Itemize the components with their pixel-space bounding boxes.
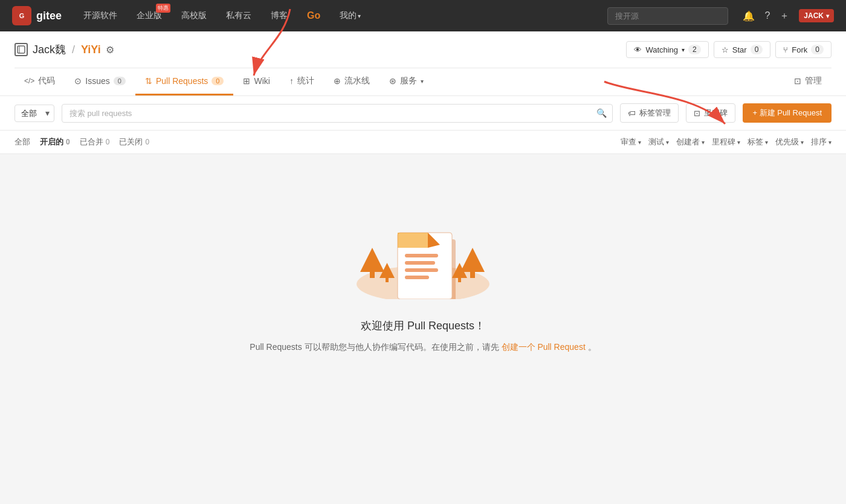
- tab-stats[interactable]: ↑ 统计: [280, 68, 324, 95]
- issues-badge: 0: [114, 77, 126, 85]
- create-pr-link[interactable]: 创建一个 Pull Request: [502, 342, 586, 352]
- chevron-down-icon: ▾: [666, 139, 669, 146]
- filter-label[interactable]: 标签 ▾: [748, 137, 768, 147]
- eye-icon: 👁: [634, 45, 642, 54]
- filter-priority[interactable]: 优先级 ▾: [775, 137, 804, 147]
- tab-pipeline[interactable]: ⊕ 流水线: [324, 68, 379, 95]
- nav-private-cloud[interactable]: 私有云: [216, 0, 261, 31]
- nav-enterprise[interactable]: 企业版 特惠: [127, 0, 172, 31]
- label-management-button[interactable]: 🏷 标签管理: [620, 103, 679, 123]
- star-icon: ☆: [722, 45, 729, 54]
- chevron-down-icon: ▾: [828, 139, 831, 146]
- nav-mine[interactable]: 我的 ▾: [330, 0, 370, 31]
- filter-test[interactable]: 测试 ▾: [648, 137, 669, 147]
- services-icon: ⊛: [389, 76, 396, 86]
- tab-pull-requests[interactable]: ⇅ Pull Requests 0: [135, 68, 234, 95]
- merged-count: 0: [106, 138, 110, 146]
- filter-merged[interactable]: 已合并 0: [80, 137, 110, 147]
- main-content: 欢迎使用 Pull Requests！ Pull Requests 可以帮助您与…: [0, 154, 846, 396]
- nav-go[interactable]: Go: [297, 0, 330, 31]
- search-input[interactable]: [607, 7, 728, 25]
- help-icon[interactable]: ?: [764, 10, 770, 21]
- chevron-down-icon: ▾: [826, 13, 829, 19]
- filter-creator[interactable]: 创建者 ▾: [676, 137, 705, 147]
- star-count: 0: [751, 45, 763, 54]
- repo-icon: [15, 43, 28, 56]
- add-icon[interactable]: ＋: [780, 10, 789, 22]
- stats-icon: ↑: [289, 76, 294, 86]
- filter-open[interactable]: 开启的 0: [40, 137, 70, 147]
- chevron-down-icon: ▾: [358, 13, 361, 19]
- tab-services[interactable]: ⊛ 服务 ▾: [379, 68, 433, 95]
- tab-code[interactable]: </> 代码: [15, 68, 65, 95]
- open-count: 0: [66, 138, 70, 146]
- pr-search-input[interactable]: [62, 104, 613, 123]
- pr-icon: ⇅: [145, 76, 152, 86]
- filter-status-tabs: 全部 开启的 0 已合并 0 已关闭 0: [15, 137, 149, 147]
- enterprise-badge: 特惠: [156, 4, 170, 13]
- tab-admin[interactable]: ⊡ 管理: [784, 68, 831, 95]
- issues-icon: ⊙: [74, 76, 82, 86]
- tag-icon: 🏷: [628, 109, 636, 118]
- watch-count: 2: [688, 45, 701, 54]
- repo-owner[interactable]: Jack魏: [33, 42, 66, 57]
- nav-opensource[interactable]: 开源软件: [74, 0, 127, 31]
- svg-rect-16: [405, 261, 435, 265]
- svg-rect-18: [405, 276, 429, 279]
- chevron-down-icon: ▾: [421, 78, 424, 85]
- repo-tabs: </> 代码 ⊙ Issues 0 ⇅ Pull Requests 0 ⊞ Wi…: [15, 68, 831, 95]
- tab-issues[interactable]: ⊙ Issues 0: [65, 68, 135, 95]
- filter-bar: 全部 开启的 0 已合并 0 已关闭 0 审查 ▾ 测试 ▾: [0, 131, 846, 154]
- svg-marker-13: [398, 233, 428, 248]
- pipeline-icon: ⊕: [334, 76, 341, 86]
- fork-count: 0: [811, 45, 824, 54]
- repo-header: Jack魏 / YiYi ⚙ 👁 Watching ▾ 2 ☆ Star 0: [0, 31, 846, 96]
- milestone-button[interactable]: ⊡ 里程碑: [686, 103, 735, 123]
- repo-title: Jack魏 / YiYi ⚙: [15, 42, 114, 57]
- sub-header: 全部 🔍 🏷 标签管理 ⊡ 里程碑 + 新建 Pull Request: [0, 96, 846, 131]
- filter-milestone[interactable]: 里程碑 ▾: [712, 137, 740, 147]
- search-icon: 🔍: [596, 108, 607, 118]
- nav-blog[interactable]: 博客: [261, 0, 297, 31]
- chevron-down-icon: ▾: [737, 139, 740, 146]
- logo-icon: G: [12, 6, 31, 25]
- filter-select-wrap: 全部: [15, 105, 54, 122]
- nav-items: 开源软件 企业版 特惠 高校版 私有云 博客 Go 我的 ▾: [74, 0, 598, 31]
- search-input-wrap: 🔍: [62, 104, 613, 123]
- chevron-down-icon: ▾: [682, 47, 685, 53]
- closed-count: 0: [145, 138, 149, 146]
- search-area: [607, 7, 728, 25]
- svg-rect-17: [405, 268, 438, 272]
- pr-badge: 0: [212, 77, 224, 85]
- logo-text: gitee: [36, 10, 62, 22]
- notification-icon[interactable]: 🔔: [743, 10, 755, 22]
- svg-marker-8: [360, 248, 384, 272]
- star-button[interactable]: ☆ Star 0: [714, 41, 771, 58]
- repo-name[interactable]: YiYi: [81, 44, 101, 56]
- filter-review[interactable]: 审查 ▾: [621, 137, 641, 147]
- repo-title-row: Jack魏 / YiYi ⚙ 👁 Watching ▾ 2 ☆ Star 0: [15, 41, 831, 65]
- filter-all[interactable]: 全部: [15, 137, 30, 147]
- svg-rect-15: [405, 254, 438, 257]
- logo[interactable]: G gitee: [12, 6, 62, 25]
- empty-title: 欢迎使用 Pull Requests！: [361, 318, 485, 333]
- settings-icon[interactable]: ⚙: [106, 44, 114, 56]
- filter-select[interactable]: 全部: [15, 105, 54, 122]
- fork-button[interactable]: ⑂ Fork 0: [775, 41, 831, 58]
- empty-desc: Pull Requests 可以帮助您与他人协作编写代码。在使用之前，请先 创建…: [250, 340, 596, 354]
- filter-dropdowns: 审查 ▾ 测试 ▾ 创建者 ▾ 里程碑 ▾ 标签 ▾ 优先级 ▾: [621, 137, 831, 147]
- svg-rect-2: [18, 46, 25, 53]
- filter-closed[interactable]: 已关闭 0: [119, 137, 149, 147]
- empty-illustration: [338, 178, 508, 299]
- chevron-down-icon: ▾: [765, 139, 768, 146]
- filter-sort[interactable]: 排序 ▾: [811, 137, 831, 147]
- new-pr-button[interactable]: + 新建 Pull Request: [743, 103, 831, 123]
- milestone-icon: ⊡: [694, 109, 700, 118]
- nav-icon-buttons: 🔔 ? ＋ JACK ▾: [743, 9, 834, 22]
- chevron-down-icon: ▾: [638, 139, 641, 146]
- watch-button[interactable]: 👁 Watching ▾ 2: [626, 41, 708, 58]
- tab-wiki[interactable]: ⊞ Wiki: [233, 68, 279, 95]
- user-avatar-button[interactable]: JACK ▾: [799, 9, 834, 22]
- nav-university[interactable]: 高校版: [172, 0, 216, 31]
- repo-slash: /: [72, 44, 75, 56]
